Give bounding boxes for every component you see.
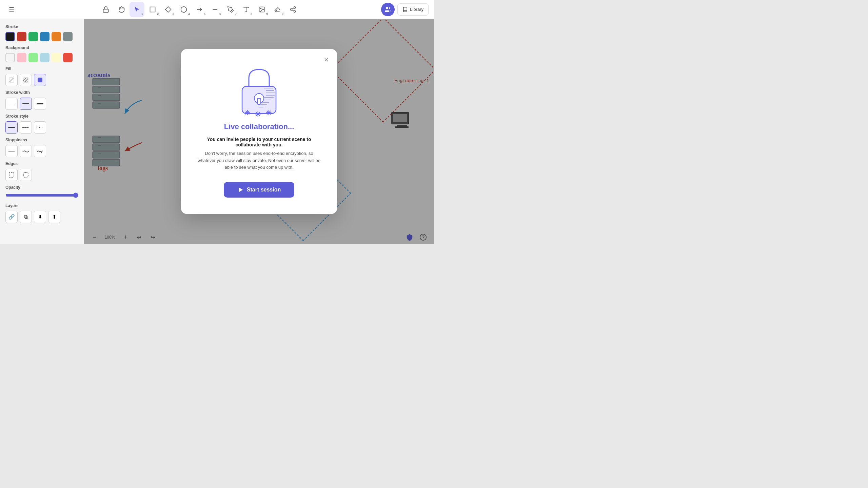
svg-marker-2 xyxy=(165,6,171,12)
slop-low[interactable] xyxy=(20,145,32,157)
ss-dashed[interactable] xyxy=(20,121,32,134)
svg-rect-26 xyxy=(23,172,28,177)
svg-point-8 xyxy=(294,6,296,8)
tool-group: 1 2 3 4 5 xyxy=(98,2,300,17)
sloppiness-label: Sloppiness xyxy=(5,138,78,142)
bg-color-green[interactable] xyxy=(28,53,38,62)
tool-eraser[interactable]: 0 xyxy=(270,2,285,17)
stroke-style-row xyxy=(5,121,78,134)
modal-title: Live collaboration... xyxy=(197,122,321,131)
svg-line-14 xyxy=(9,78,14,82)
fill-solid[interactable] xyxy=(34,74,46,86)
tool-diamond[interactable]: 3 xyxy=(161,2,176,17)
svg-rect-22 xyxy=(38,78,42,82)
tool-rect[interactable]: 2 xyxy=(145,2,160,17)
slop-none[interactable] xyxy=(5,145,18,157)
tool-image[interactable]: 9 xyxy=(254,2,269,17)
layer-link[interactable]: 🔗 xyxy=(5,211,18,223)
toolbar-right: Library xyxy=(381,3,429,16)
svg-text:✳: ✳ xyxy=(255,110,261,117)
svg-line-11 xyxy=(292,10,294,11)
ss-solid[interactable] xyxy=(5,121,18,134)
svg-point-9 xyxy=(291,8,292,10)
svg-line-12 xyxy=(292,8,294,9)
layer-bring-front[interactable]: ⬆ xyxy=(48,211,60,223)
fill-hatch[interactable] xyxy=(20,74,32,86)
bg-color-white[interactable] xyxy=(5,53,15,62)
stroke-style-label: Stroke style xyxy=(5,114,78,119)
svg-line-18 xyxy=(23,78,26,81)
sw-thin[interactable] xyxy=(5,98,18,110)
sw-thick[interactable] xyxy=(34,98,46,110)
stroke-width-row xyxy=(5,98,78,110)
sloppiness-row xyxy=(5,145,78,157)
collab-button[interactable] xyxy=(381,3,395,16)
svg-rect-58 xyxy=(257,98,261,104)
background-label: Background xyxy=(5,45,78,50)
svg-rect-0 xyxy=(103,9,108,12)
svg-point-7 xyxy=(260,8,261,8)
tool-lock[interactable] xyxy=(98,2,113,17)
stroke-color-green[interactable] xyxy=(28,32,38,41)
start-session-label: Start session xyxy=(247,187,281,193)
svg-rect-25 xyxy=(9,172,14,177)
tool-share[interactable] xyxy=(285,2,300,17)
layers-label: Layers xyxy=(5,203,78,208)
bg-color-blue[interactable] xyxy=(40,53,50,62)
slop-high[interactable] xyxy=(34,145,46,157)
opacity-label: Opacity xyxy=(5,185,78,190)
edge-sharp[interactable] xyxy=(5,169,18,181)
svg-point-13 xyxy=(386,7,388,9)
library-label: Library xyxy=(410,7,423,12)
sidebar: Stroke Background Fill Strok xyxy=(0,19,84,244)
modal-close-button[interactable]: ✕ xyxy=(321,55,332,65)
opacity-slider[interactable] xyxy=(5,192,78,198)
fill-none[interactable] xyxy=(5,74,18,86)
toolbar: ☰ 1 2 3 xyxy=(0,0,434,19)
modal-desc: Don't worry, the session uses end-to-end… xyxy=(197,150,321,171)
stroke-width-label: Stroke width xyxy=(5,90,78,95)
start-session-button[interactable]: Start session xyxy=(224,182,294,198)
modal-desc-bold: You can invite people to your current sc… xyxy=(197,137,321,147)
stroke-label: Stroke xyxy=(5,24,78,29)
layer-send-back[interactable]: ⬇ xyxy=(34,211,46,223)
fill-row xyxy=(5,74,78,86)
edges-label: Edges xyxy=(5,161,78,166)
lock-illustration: ✳ ✳ ✳ xyxy=(232,63,286,117)
bg-color-pink[interactable] xyxy=(17,53,26,62)
stroke-color-blue[interactable] xyxy=(40,32,50,41)
fill-label: Fill xyxy=(5,66,78,71)
opacity-row xyxy=(5,192,78,199)
bg-color-red[interactable] xyxy=(63,53,73,62)
sw-medium[interactable] xyxy=(20,98,32,110)
svg-text:✳: ✳ xyxy=(266,109,272,117)
tool-ellipse[interactable]: 4 xyxy=(176,2,191,17)
tool-pen[interactable]: 7 xyxy=(223,2,238,17)
svg-point-3 xyxy=(181,6,187,12)
modal-overlay[interactable]: ✕ ✳ xyxy=(84,19,434,244)
edges-row xyxy=(5,169,78,181)
svg-text:✳: ✳ xyxy=(244,109,250,117)
stroke-color-black[interactable] xyxy=(5,32,15,41)
collaboration-modal: ✕ ✳ xyxy=(181,49,337,214)
bg-color-yellow[interactable] xyxy=(52,53,61,62)
tool-arrow[interactable]: 5 xyxy=(192,2,207,17)
menu-button[interactable]: ☰ xyxy=(5,3,18,16)
stroke-color-orange[interactable] xyxy=(52,32,61,41)
ss-dotted[interactable] xyxy=(34,121,46,134)
layer-duplicate[interactable]: ⧉ xyxy=(20,211,32,223)
stroke-color-row xyxy=(5,32,78,41)
tool-text[interactable]: 8 xyxy=(239,2,254,17)
layers-row: 🔗 ⧉ ⬇ ⬆ xyxy=(5,211,78,223)
edge-round[interactable] xyxy=(20,169,32,181)
stroke-color-red[interactable] xyxy=(17,32,26,41)
tool-select[interactable]: 1 xyxy=(130,2,144,17)
bg-color-row xyxy=(5,53,78,62)
svg-point-10 xyxy=(294,11,296,12)
stroke-color-gray[interactable] xyxy=(63,32,73,41)
tool-hand[interactable] xyxy=(114,2,129,17)
library-button[interactable]: Library xyxy=(397,3,429,16)
tool-line[interactable]: 6 xyxy=(208,2,222,17)
svg-rect-1 xyxy=(150,7,155,12)
svg-marker-71 xyxy=(239,187,243,192)
